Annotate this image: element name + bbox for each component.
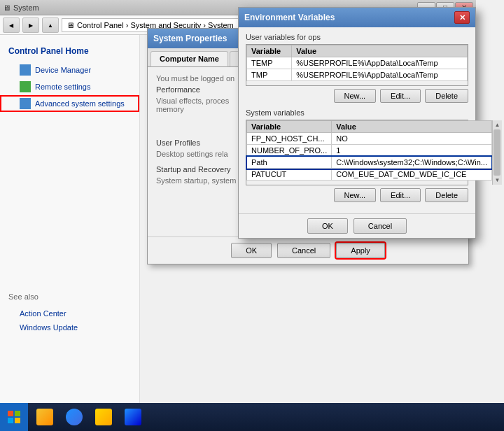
advanced-settings-icon (20, 98, 31, 109)
device-manager-label: Device Manager (35, 66, 91, 74)
scroll-down-icon[interactable]: ▼ (495, 177, 500, 183)
sys-var-number-value: 1 (332, 145, 492, 157)
scroll-thumb (493, 129, 500, 176)
explorer-icon (36, 409, 53, 425)
forward-button[interactable] (22, 17, 39, 33)
address-icon: 🖥 (66, 21, 74, 29)
sys-var-path-name: Path (247, 157, 332, 169)
user-vars-edit-button[interactable]: Edit... (380, 89, 421, 103)
action-center-label: Action Center (20, 309, 66, 318)
taskbar (0, 403, 504, 431)
sys-props-apply-button[interactable]: Apply (336, 243, 385, 258)
start-icon (7, 410, 21, 424)
env-content: User variables for ops Variable Value TE… (239, 27, 475, 213)
ie-icon (66, 409, 83, 425)
user-var-tmp-name: TMP (247, 69, 292, 81)
system-title-text: System (13, 3, 39, 12)
system-title: 🖥 System (3, 3, 39, 12)
sys-var-number-name: NUMBER_OF_PRO... (247, 145, 332, 157)
scroll-up-icon[interactable]: ▲ (495, 122, 500, 128)
svg-rect-2 (8, 418, 13, 423)
sys-var-fp-name: FP_NO_HOST_CH... (247, 133, 332, 145)
ie2-icon (125, 409, 141, 425)
sys-var-row-patucut[interactable]: PATUCUT COM_EUE_DAT_CMD_WDE_IC_ICE (247, 169, 492, 181)
sys-var-col-value: Value (332, 121, 492, 133)
sys-props-title: System Properties (153, 34, 227, 43)
svg-rect-3 (15, 418, 20, 423)
sidebar-title[interactable]: Control Panel Home (0, 41, 139, 62)
remote-settings-icon (20, 81, 31, 92)
tab-computer-name[interactable]: Computer Name (150, 51, 228, 66)
taskbar-file-manager[interactable] (90, 404, 118, 430)
user-vars-buttons: New... Edit... Delete (246, 89, 468, 103)
user-vars-table: Variable Value TEMP %USERPROFILE%\AppDat… (246, 45, 468, 81)
user-vars-label: User variables for ops (246, 33, 468, 41)
sys-var-path-value: C:\Windows\system32;C:\Windows;C:\Win... (332, 157, 492, 169)
sys-vars-new-button[interactable]: New... (334, 188, 377, 202)
sys-props-footer: OK Cancel Apply (148, 236, 468, 264)
user-var-col-variable: Variable (247, 45, 292, 57)
up-button[interactable] (42, 17, 59, 33)
sys-vars-table: Variable Value FP_NO_HOST_CH... NO NUMBE… (246, 120, 492, 181)
sidebar-item-windows-update[interactable]: Windows Update (0, 320, 139, 334)
env-close-button[interactable]: ✕ (454, 11, 470, 24)
env-cancel-button[interactable]: Cancel (354, 218, 407, 234)
taskbar-ie2[interactable] (119, 404, 147, 430)
taskbar-explorer[interactable] (31, 404, 59, 430)
sidebar-item-advanced-system-settings[interactable]: Advanced system settings (0, 95, 139, 112)
env-footer: OK Cancel (239, 213, 475, 238)
device-manager-icon (20, 64, 31, 76)
sys-vars-delete-button[interactable]: Delete (425, 188, 468, 202)
sidebar-item-action-center[interactable]: Action Center (0, 306, 139, 320)
user-vars-new-button[interactable]: New... (334, 89, 377, 103)
advanced-settings-label: Advanced system settings (35, 99, 125, 108)
system-title-icon: 🖥 (3, 3, 10, 12)
file-manager-icon (95, 409, 112, 425)
user-var-temp-name: TEMP (247, 57, 292, 69)
sys-var-row-number[interactable]: NUMBER_OF_PRO... 1 (247, 145, 492, 157)
user-vars-table-container: Variable Value TEMP %USERPROFILE%\AppDat… (246, 44, 468, 86)
svg-rect-1 (15, 411, 20, 416)
sys-var-row-fp[interactable]: FP_NO_HOST_CH... NO (247, 133, 492, 145)
environment-variables-dialog: Environment Variables ✕ User variables f… (238, 7, 476, 239)
windows-update-label: Windows Update (20, 323, 78, 332)
env-ok-button[interactable]: OK (307, 218, 348, 234)
taskbar-ie[interactable] (60, 404, 88, 430)
sys-var-patucut-value: COM_EUE_DAT_CMD_WDE_IC_ICE (332, 169, 492, 181)
taskbar-items (28, 404, 150, 430)
sys-vars-buttons: New... Edit... Delete (246, 188, 468, 202)
user-vars-delete-button[interactable]: Delete (425, 89, 468, 103)
user-var-row-tmp[interactable]: TMP %USERPROFILE%\AppData\Local\Temp (247, 69, 468, 81)
back-button[interactable] (3, 17, 20, 33)
remote-settings-label: Remote settings (35, 83, 90, 91)
sidebar: Control Panel Home Device Manager Remote… (0, 35, 140, 403)
svg-rect-0 (8, 411, 13, 416)
sys-var-col-variable: Variable (247, 121, 332, 133)
user-var-tmp-value: %USERPROFILE%\AppData\Local\Temp (292, 69, 468, 81)
sys-vars-label: System variables (246, 108, 468, 117)
sys-vars-table-container: Variable Value FP_NO_HOST_CH... NO NUMBE… (246, 120, 468, 185)
see-also-label: See also (0, 287, 139, 306)
user-var-temp-value: %USERPROFILE%\AppData\Local\Temp (292, 57, 468, 69)
sys-vars-edit-button[interactable]: Edit... (380, 188, 421, 202)
user-var-col-value: Value (292, 45, 468, 57)
sidebar-item-remote-settings[interactable]: Remote settings (0, 78, 139, 95)
sys-var-fp-value: NO (332, 133, 492, 145)
env-title: Environment Variables (244, 13, 335, 22)
start-button[interactable] (0, 403, 28, 431)
sys-var-row-path[interactable]: Path C:\Windows\system32;C:\Windows;C:\W… (247, 157, 492, 169)
sys-vars-scrollbar[interactable]: ▲ ▼ (492, 120, 502, 185)
sidebar-item-device-manager[interactable]: Device Manager (0, 62, 139, 78)
sys-props-cancel-button[interactable]: Cancel (277, 243, 330, 258)
user-var-row-temp[interactable]: TEMP %USERPROFILE%\AppData\Local\Temp (247, 57, 468, 69)
env-titlebar: Environment Variables ✕ (239, 8, 475, 27)
sys-vars-table-wrapper: Variable Value FP_NO_HOST_CH... NO NUMBE… (246, 120, 468, 185)
sys-vars-section: System variables Variable Value FP_NO_HO… (246, 108, 468, 202)
sys-props-ok-button[interactable]: OK (231, 243, 272, 258)
sys-var-patucut-name: PATUCUT (247, 169, 332, 181)
